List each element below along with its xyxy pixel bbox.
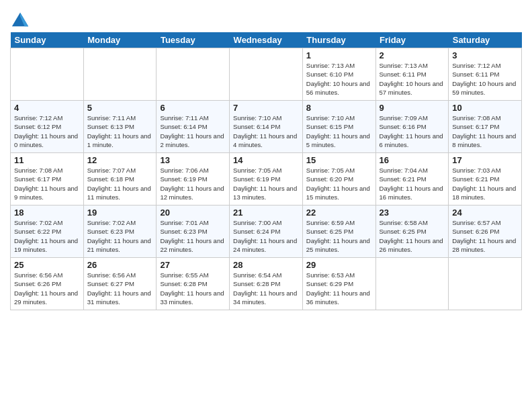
calendar-cell: 9Sunrise: 7:09 AM Sunset: 6:16 PM Daylig… <box>375 101 449 153</box>
day-header-saturday: Saturday <box>449 32 522 48</box>
calendar-cell: 19Sunrise: 7:02 AM Sunset: 6:23 PM Dayli… <box>83 205 157 258</box>
cell-info: Sunrise: 6:58 AM Sunset: 6:25 PM Dayligh… <box>380 218 445 254</box>
cell-info: Sunrise: 7:00 AM Sunset: 6:24 PM Dayligh… <box>233 218 299 254</box>
date-number: 17 <box>452 155 518 165</box>
date-number: 28 <box>233 260 299 270</box>
day-header-wednesday: Wednesday <box>230 32 303 48</box>
cell-info: Sunrise: 6:56 AM Sunset: 6:26 PM Dayligh… <box>14 271 80 306</box>
date-number: 3 <box>452 50 518 60</box>
calendar-cell: 1Sunrise: 7:13 AM Sunset: 6:10 PM Daylig… <box>302 48 375 101</box>
date-number: 24 <box>452 208 518 218</box>
date-number: 19 <box>87 208 153 218</box>
cell-info: Sunrise: 7:10 AM Sunset: 6:15 PM Dayligh… <box>306 113 372 149</box>
day-header-monday: Monday <box>83 32 157 48</box>
calendar-cell: 6Sunrise: 7:11 AM Sunset: 6:14 PM Daylig… <box>157 101 230 153</box>
date-number: 22 <box>306 208 372 218</box>
cell-info: Sunrise: 7:11 AM Sunset: 6:14 PM Dayligh… <box>160 113 226 149</box>
date-number: 13 <box>160 155 226 165</box>
calendar-cell: 28Sunrise: 6:54 AM Sunset: 6:28 PM Dayli… <box>230 258 303 310</box>
cell-info: Sunrise: 7:01 AM Sunset: 6:23 PM Dayligh… <box>160 218 226 254</box>
calendar-cell: 7Sunrise: 7:10 AM Sunset: 6:14 PM Daylig… <box>230 101 303 153</box>
cell-info: Sunrise: 6:55 AM Sunset: 6:28 PM Dayligh… <box>160 271 226 306</box>
calendar-body: 1Sunrise: 7:13 AM Sunset: 6:10 PM Daylig… <box>11 48 522 310</box>
cell-info: Sunrise: 7:07 AM Sunset: 6:18 PM Dayligh… <box>87 166 153 201</box>
date-number: 8 <box>306 103 372 113</box>
calendar-cell: 5Sunrise: 7:11 AM Sunset: 6:13 PM Daylig… <box>83 101 157 153</box>
calendar-cell: 23Sunrise: 6:58 AM Sunset: 6:25 PM Dayli… <box>375 205 449 258</box>
logo-icon <box>11 9 30 28</box>
date-number: 7 <box>233 103 299 113</box>
calendar-cell: 16Sunrise: 7:04 AM Sunset: 6:21 PM Dayli… <box>375 153 449 205</box>
calendar-cell <box>157 48 230 101</box>
day-header-sunday: Sunday <box>11 32 84 48</box>
date-number: 9 <box>380 103 445 113</box>
date-number: 16 <box>380 155 445 165</box>
date-number: 5 <box>87 103 153 113</box>
week-row-3: 11Sunrise: 7:08 AM Sunset: 6:17 PM Dayli… <box>11 153 522 205</box>
week-row-5: 25Sunrise: 6:56 AM Sunset: 6:26 PM Dayli… <box>11 258 522 310</box>
date-number: 4 <box>14 103 80 113</box>
calendar-cell: 25Sunrise: 6:56 AM Sunset: 6:26 PM Dayli… <box>11 258 84 310</box>
date-number: 6 <box>160 103 226 113</box>
cell-info: Sunrise: 7:05 AM Sunset: 6:20 PM Dayligh… <box>306 166 372 201</box>
calendar-cell: 11Sunrise: 7:08 AM Sunset: 6:17 PM Dayli… <box>11 153 84 205</box>
cell-info: Sunrise: 6:54 AM Sunset: 6:28 PM Dayligh… <box>233 271 299 306</box>
cell-info: Sunrise: 7:09 AM Sunset: 6:16 PM Dayligh… <box>380 113 445 149</box>
calendar-cell: 10Sunrise: 7:08 AM Sunset: 6:17 PM Dayli… <box>449 101 522 153</box>
cell-info: Sunrise: 6:57 AM Sunset: 6:26 PM Dayligh… <box>452 218 518 254</box>
calendar-cell: 26Sunrise: 6:56 AM Sunset: 6:27 PM Dayli… <box>83 258 157 310</box>
calendar-table: SundayMondayTuesdayWednesdayThursdayFrid… <box>10 32 522 310</box>
calendar-cell: 21Sunrise: 7:00 AM Sunset: 6:24 PM Dayli… <box>230 205 303 258</box>
calendar-cell: 14Sunrise: 7:05 AM Sunset: 6:19 PM Dayli… <box>230 153 303 205</box>
calendar-cell: 13Sunrise: 7:06 AM Sunset: 6:19 PM Dayli… <box>157 153 230 205</box>
day-header-thursday: Thursday <box>302 32 375 48</box>
date-number: 12 <box>87 155 153 165</box>
calendar-cell: 2Sunrise: 7:13 AM Sunset: 6:11 PM Daylig… <box>375 48 449 101</box>
date-number: 23 <box>380 208 445 218</box>
calendar-cell: 3Sunrise: 7:12 AM Sunset: 6:11 PM Daylig… <box>449 48 522 101</box>
day-header-friday: Friday <box>375 32 449 48</box>
cell-info: Sunrise: 7:04 AM Sunset: 6:21 PM Dayligh… <box>380 166 445 201</box>
cell-info: Sunrise: 6:59 AM Sunset: 6:25 PM Dayligh… <box>306 218 372 254</box>
calendar-cell <box>449 258 522 310</box>
calendar-cell: 17Sunrise: 7:03 AM Sunset: 6:21 PM Dayli… <box>449 153 522 205</box>
header <box>10 7 522 28</box>
week-row-1: 1Sunrise: 7:13 AM Sunset: 6:10 PM Daylig… <box>11 48 522 101</box>
calendar-cell: 18Sunrise: 7:02 AM Sunset: 6:22 PM Dayli… <box>11 205 84 258</box>
cell-info: Sunrise: 7:08 AM Sunset: 6:17 PM Dayligh… <box>452 113 518 149</box>
week-row-4: 18Sunrise: 7:02 AM Sunset: 6:22 PM Dayli… <box>11 205 522 258</box>
calendar-cell: 29Sunrise: 6:53 AM Sunset: 6:29 PM Dayli… <box>302 258 375 310</box>
calendar-cell: 22Sunrise: 6:59 AM Sunset: 6:25 PM Dayli… <box>302 205 375 258</box>
cell-info: Sunrise: 7:10 AM Sunset: 6:14 PM Dayligh… <box>233 113 299 149</box>
cell-info: Sunrise: 7:08 AM Sunset: 6:17 PM Dayligh… <box>14 166 80 201</box>
logo <box>10 9 31 28</box>
date-number: 18 <box>14 208 80 218</box>
cell-info: Sunrise: 7:02 AM Sunset: 6:23 PM Dayligh… <box>87 218 153 254</box>
week-row-2: 4Sunrise: 7:12 AM Sunset: 6:12 PM Daylig… <box>11 101 522 153</box>
date-number: 25 <box>14 260 80 270</box>
calendar-cell <box>11 48 84 101</box>
calendar-cell: 15Sunrise: 7:05 AM Sunset: 6:20 PM Dayli… <box>302 153 375 205</box>
date-number: 20 <box>160 208 226 218</box>
calendar-cell: 8Sunrise: 7:10 AM Sunset: 6:15 PM Daylig… <box>302 101 375 153</box>
calendar-cell: 27Sunrise: 6:55 AM Sunset: 6:28 PM Dayli… <box>157 258 230 310</box>
cell-info: Sunrise: 7:03 AM Sunset: 6:21 PM Dayligh… <box>452 166 518 201</box>
calendar-cell: 20Sunrise: 7:01 AM Sunset: 6:23 PM Dayli… <box>157 205 230 258</box>
calendar-cell: 12Sunrise: 7:07 AM Sunset: 6:18 PM Dayli… <box>83 153 157 205</box>
cell-info: Sunrise: 6:53 AM Sunset: 6:29 PM Dayligh… <box>306 271 372 306</box>
calendar-cell: 4Sunrise: 7:12 AM Sunset: 6:12 PM Daylig… <box>11 101 84 153</box>
cell-info: Sunrise: 6:56 AM Sunset: 6:27 PM Dayligh… <box>87 271 153 306</box>
cell-info: Sunrise: 7:06 AM Sunset: 6:19 PM Dayligh… <box>160 166 226 201</box>
cell-info: Sunrise: 7:12 AM Sunset: 6:11 PM Dayligh… <box>452 61 518 97</box>
day-headers-row: SundayMondayTuesdayWednesdayThursdayFrid… <box>11 32 522 48</box>
cell-info: Sunrise: 7:13 AM Sunset: 6:11 PM Dayligh… <box>380 61 445 97</box>
calendar-cell <box>83 48 157 101</box>
logo-text <box>10 9 30 28</box>
day-header-tuesday: Tuesday <box>157 32 230 48</box>
date-number: 15 <box>306 155 372 165</box>
date-number: 14 <box>233 155 299 165</box>
date-number: 11 <box>14 155 80 165</box>
calendar-cell <box>230 48 303 101</box>
calendar-cell <box>375 258 449 310</box>
cell-info: Sunrise: 7:13 AM Sunset: 6:10 PM Dayligh… <box>306 61 372 97</box>
